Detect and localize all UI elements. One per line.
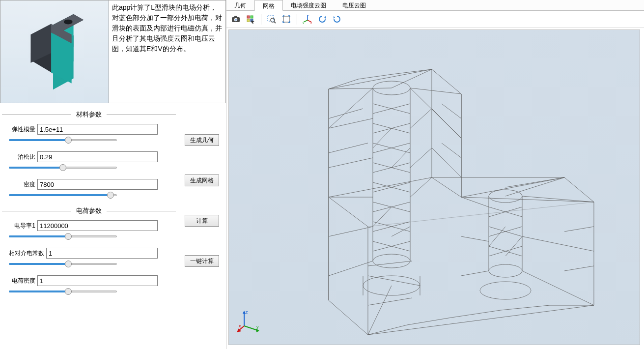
row-charge-density: 电荷密度	[2, 275, 176, 286]
row-density: 密度	[2, 179, 176, 190]
svg-point-14	[64, 20, 73, 25]
mesh-wireframe	[229, 30, 640, 345]
tab-voltage[interactable]: 电压云图	[335, 0, 374, 10]
input-poisson[interactable]	[37, 151, 158, 162]
gen-geometry-button[interactable]: 生成几何	[185, 134, 219, 146]
viewport-toolbar: zxy	[226, 11, 644, 28]
svg-rect-35	[283, 16, 289, 22]
svg-text:x: x	[310, 21, 312, 24]
svg-point-33	[271, 18, 275, 22]
input-rel-permittivity[interactable]	[46, 248, 158, 259]
label-poisson: 泊松比	[2, 153, 37, 161]
zoom-extents-icon[interactable]	[280, 13, 293, 26]
row-rel-permittivity: 相对介电常数	[2, 248, 176, 259]
slider-conductivity[interactable]	[9, 232, 117, 241]
compute-all-button[interactable]: 一键计算	[185, 255, 219, 267]
input-density[interactable]	[37, 179, 158, 190]
svg-point-27	[235, 19, 237, 21]
form-left: 材料参数 弹性模量 泊松比 密度	[2, 107, 180, 349]
svg-line-34	[274, 22, 276, 23]
svg-text:y: y	[256, 324, 259, 329]
svg-rect-25	[234, 16, 237, 18]
svg-text:z: z	[246, 310, 248, 315]
svg-rect-28	[247, 16, 250, 18]
input-charge-density[interactable]	[37, 275, 158, 286]
label-conductivity: 电导率1	[2, 222, 37, 230]
mesh-viewport[interactable]: z y x	[228, 29, 640, 345]
toolbar-separator-2	[297, 14, 297, 25]
rotate-cw-icon[interactable]	[331, 13, 343, 26]
svg-line-38	[304, 20, 308, 22]
row-poisson: 泊松比	[2, 151, 176, 162]
form-area: 材料参数 弹性模量 泊松比 密度	[0, 103, 226, 349]
left-panel: 此app计算了L型滑块的电场分析，对蓝色部分加了一部分外加电荷，对滑块的表面及内…	[0, 0, 226, 349]
toolbar-separator	[261, 14, 261, 25]
app-root: 此app计算了L型滑块的电场分析，对蓝色部分加了一部分外加电荷，对滑块的表面及内…	[0, 0, 644, 349]
slider-density[interactable]	[9, 191, 117, 200]
input-elastic-modulus[interactable]	[37, 124, 158, 135]
svg-rect-29	[251, 16, 253, 18]
preview-row: 此app计算了L型滑块的电场分析，对蓝色部分加了一部分外加电荷，对滑块的表面及内…	[0, 0, 226, 103]
slider-charge-density[interactable]	[9, 287, 117, 296]
tab-geometry[interactable]: 几何	[226, 0, 254, 10]
l-block-svg	[0, 0, 109, 103]
label-rel-permittivity: 相对介电常数	[2, 249, 46, 258]
svg-text:y: y	[303, 21, 304, 24]
form-buttons-col: 生成几何 生成网格 计算 一键计算	[180, 107, 224, 349]
tab-mesh[interactable]: 网格	[254, 0, 283, 11]
label-density: 密度	[2, 180, 37, 189]
compute-button[interactable]: 计算	[185, 215, 219, 227]
input-conductivity[interactable]	[37, 220, 158, 231]
zoom-box-icon[interactable]	[265, 13, 278, 26]
svg-point-43	[373, 254, 410, 268]
gen-mesh-button[interactable]: 生成网格	[185, 174, 219, 186]
section-material: 材料参数	[2, 110, 176, 119]
rotate-ccw-icon[interactable]	[316, 13, 329, 26]
description-box: 此app计算了L型滑块的电场分析，对蓝色部分加了一部分外加电荷，对滑块的表面及内…	[109, 0, 226, 103]
slider-rel-permittivity[interactable]	[9, 260, 117, 268]
label-elastic-modulus: 弹性模量	[2, 125, 37, 134]
row-conductivity: 电导率1	[2, 220, 176, 231]
svg-text:x: x	[239, 323, 241, 328]
label-charge-density: 电荷密度	[2, 277, 37, 285]
svg-text:z: z	[308, 14, 309, 17]
right-panel: 几何 网格 电场强度云图 电压云图 zxy	[226, 0, 644, 349]
select-icon[interactable]	[244, 13, 257, 26]
tab-efield[interactable]: 电场强度云图	[283, 0, 335, 10]
svg-point-50	[489, 264, 522, 277]
tabs: 几何 网格 电场强度云图 电压云图	[226, 0, 644, 11]
section-charge: 电荷参数	[2, 206, 176, 215]
slider-poisson[interactable]	[9, 163, 117, 172]
axis-triad: z y x	[237, 309, 261, 335]
svg-point-53	[480, 282, 531, 299]
axes-icon[interactable]: zxy	[301, 13, 314, 26]
slider-elastic-modulus[interactable]	[9, 136, 117, 145]
svg-line-55	[244, 326, 257, 330]
model-thumbnail	[0, 0, 109, 103]
screenshot-icon[interactable]	[229, 13, 242, 26]
row-elastic-modulus: 弹性模量	[2, 124, 176, 135]
svg-rect-30	[247, 19, 250, 22]
